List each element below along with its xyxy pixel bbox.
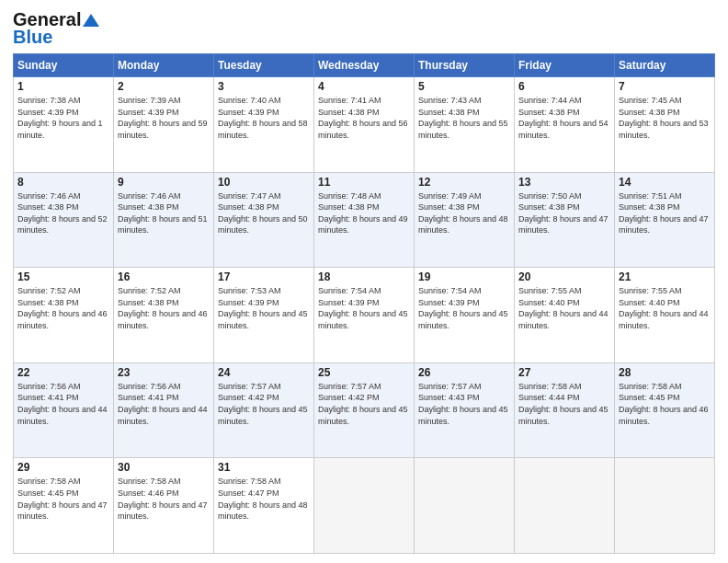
day-info: Sunrise: 7:55 AM Sunset: 4:40 PM Dayligh… bbox=[518, 285, 610, 331]
page: General Blue SundayMondayTuesdayWednesda… bbox=[0, 0, 728, 563]
day-cell: 17 Sunrise: 7:53 AM Sunset: 4:39 PM Dayl… bbox=[214, 268, 314, 363]
day-cell: 20 Sunrise: 7:55 AM Sunset: 4:40 PM Dayl… bbox=[515, 268, 615, 363]
day-cell: 19 Sunrise: 7:54 AM Sunset: 4:39 PM Dayl… bbox=[415, 268, 515, 363]
day-cell: 3 Sunrise: 7:40 AM Sunset: 4:39 PM Dayli… bbox=[214, 77, 314, 173]
day-info: Sunrise: 7:58 AM Sunset: 4:47 PM Dayligh… bbox=[218, 476, 310, 522]
week-row-4: 22 Sunrise: 7:56 AM Sunset: 4:41 PM Dayl… bbox=[14, 362, 715, 458]
day-number: 26 bbox=[418, 366, 510, 379]
day-info: Sunrise: 7:50 AM Sunset: 4:38 PM Dayligh… bbox=[518, 190, 610, 236]
day-cell bbox=[515, 458, 615, 554]
day-info: Sunrise: 7:55 AM Sunset: 4:40 PM Dayligh… bbox=[619, 285, 711, 331]
day-info: Sunrise: 7:53 AM Sunset: 4:39 PM Dayligh… bbox=[218, 285, 310, 331]
week-row-3: 15 Sunrise: 7:52 AM Sunset: 4:38 PM Dayl… bbox=[14, 268, 715, 363]
day-number: 9 bbox=[118, 176, 210, 189]
day-number: 12 bbox=[418, 176, 510, 189]
day-number: 7 bbox=[619, 80, 711, 93]
day-cell: 31 Sunrise: 7:58 AM Sunset: 4:47 PM Dayl… bbox=[214, 458, 314, 554]
day-info: Sunrise: 7:44 AM Sunset: 4:38 PM Dayligh… bbox=[518, 95, 610, 141]
day-number: 24 bbox=[218, 366, 310, 379]
weekday-thursday: Thursday bbox=[415, 54, 515, 77]
day-number: 22 bbox=[17, 366, 109, 379]
day-info: Sunrise: 7:43 AM Sunset: 4:38 PM Dayligh… bbox=[418, 95, 510, 141]
day-number: 14 bbox=[619, 176, 711, 189]
day-number: 11 bbox=[318, 176, 410, 189]
day-number: 1 bbox=[17, 80, 109, 93]
day-info: Sunrise: 7:58 AM Sunset: 4:46 PM Dayligh… bbox=[118, 476, 210, 522]
day-cell: 27 Sunrise: 7:58 AM Sunset: 4:44 PM Dayl… bbox=[515, 362, 615, 458]
day-cell: 2 Sunrise: 7:39 AM Sunset: 4:39 PM Dayli… bbox=[114, 77, 214, 173]
day-cell: 30 Sunrise: 7:58 AM Sunset: 4:46 PM Dayl… bbox=[114, 458, 214, 554]
week-row-5: 29 Sunrise: 7:58 AM Sunset: 4:45 PM Dayl… bbox=[14, 458, 715, 554]
day-cell: 9 Sunrise: 7:46 AM Sunset: 4:38 PM Dayli… bbox=[114, 172, 214, 268]
day-info: Sunrise: 7:40 AM Sunset: 4:39 PM Dayligh… bbox=[218, 95, 310, 141]
day-cell: 10 Sunrise: 7:47 AM Sunset: 4:38 PM Dayl… bbox=[214, 172, 314, 268]
day-cell: 5 Sunrise: 7:43 AM Sunset: 4:38 PM Dayli… bbox=[415, 77, 515, 173]
day-number: 18 bbox=[318, 270, 410, 283]
week-row-2: 8 Sunrise: 7:46 AM Sunset: 4:38 PM Dayli… bbox=[14, 172, 715, 268]
day-cell: 25 Sunrise: 7:57 AM Sunset: 4:42 PM Dayl… bbox=[314, 362, 415, 458]
day-cell bbox=[314, 458, 415, 554]
day-cell: 28 Sunrise: 7:58 AM Sunset: 4:45 PM Dayl… bbox=[615, 362, 715, 458]
day-cell: 1 Sunrise: 7:38 AM Sunset: 4:39 PM Dayli… bbox=[14, 77, 114, 173]
day-info: Sunrise: 7:57 AM Sunset: 4:42 PM Dayligh… bbox=[318, 381, 410, 427]
day-cell: 16 Sunrise: 7:52 AM Sunset: 4:38 PM Dayl… bbox=[114, 268, 214, 363]
day-info: Sunrise: 7:58 AM Sunset: 4:44 PM Dayligh… bbox=[518, 381, 610, 427]
day-cell: 18 Sunrise: 7:54 AM Sunset: 4:39 PM Dayl… bbox=[314, 268, 415, 363]
day-number: 4 bbox=[318, 80, 410, 93]
weekday-header: SundayMondayTuesdayWednesdayThursdayFrid… bbox=[14, 54, 715, 77]
day-number: 6 bbox=[518, 80, 610, 93]
weekday-friday: Friday bbox=[515, 54, 615, 77]
day-number: 3 bbox=[218, 80, 310, 93]
day-cell: 15 Sunrise: 7:52 AM Sunset: 4:38 PM Dayl… bbox=[14, 268, 114, 363]
day-info: Sunrise: 7:48 AM Sunset: 4:38 PM Dayligh… bbox=[318, 190, 410, 236]
day-info: Sunrise: 7:45 AM Sunset: 4:38 PM Dayligh… bbox=[619, 95, 711, 141]
day-info: Sunrise: 7:47 AM Sunset: 4:38 PM Dayligh… bbox=[218, 190, 310, 236]
svg-marker-0 bbox=[83, 14, 99, 27]
day-info: Sunrise: 7:58 AM Sunset: 4:45 PM Dayligh… bbox=[17, 476, 109, 522]
day-cell: 21 Sunrise: 7:55 AM Sunset: 4:40 PM Dayl… bbox=[615, 268, 715, 363]
weekday-saturday: Saturday bbox=[615, 54, 715, 77]
day-number: 16 bbox=[118, 270, 210, 283]
day-cell: 4 Sunrise: 7:41 AM Sunset: 4:38 PM Dayli… bbox=[314, 77, 415, 173]
day-cell: 22 Sunrise: 7:56 AM Sunset: 4:41 PM Dayl… bbox=[14, 362, 114, 458]
day-info: Sunrise: 7:49 AM Sunset: 4:38 PM Dayligh… bbox=[418, 190, 510, 236]
calendar-table: SundayMondayTuesdayWednesdayThursdayFrid… bbox=[13, 53, 715, 554]
weekday-sunday: Sunday bbox=[14, 54, 114, 77]
day-info: Sunrise: 7:56 AM Sunset: 4:41 PM Dayligh… bbox=[17, 381, 109, 427]
logo-icon bbox=[83, 12, 99, 29]
logo-blue: Blue bbox=[13, 27, 52, 48]
day-info: Sunrise: 7:58 AM Sunset: 4:45 PM Dayligh… bbox=[619, 381, 711, 427]
day-number: 25 bbox=[318, 366, 410, 379]
day-cell bbox=[615, 458, 715, 554]
day-cell: 12 Sunrise: 7:49 AM Sunset: 4:38 PM Dayl… bbox=[415, 172, 515, 268]
day-cell: 24 Sunrise: 7:57 AM Sunset: 4:42 PM Dayl… bbox=[214, 362, 314, 458]
day-info: Sunrise: 7:57 AM Sunset: 4:42 PM Dayligh… bbox=[218, 381, 310, 427]
day-cell: 13 Sunrise: 7:50 AM Sunset: 4:38 PM Dayl… bbox=[515, 172, 615, 268]
day-info: Sunrise: 7:51 AM Sunset: 4:38 PM Dayligh… bbox=[619, 190, 711, 236]
day-info: Sunrise: 7:46 AM Sunset: 4:38 PM Dayligh… bbox=[118, 190, 210, 236]
day-number: 23 bbox=[118, 366, 210, 379]
day-number: 20 bbox=[518, 270, 610, 283]
day-number: 13 bbox=[518, 176, 610, 189]
day-cell: 26 Sunrise: 7:57 AM Sunset: 4:43 PM Dayl… bbox=[415, 362, 515, 458]
day-cell: 6 Sunrise: 7:44 AM Sunset: 4:38 PM Dayli… bbox=[515, 77, 615, 173]
day-number: 5 bbox=[418, 80, 510, 93]
day-number: 10 bbox=[218, 176, 310, 189]
day-cell: 14 Sunrise: 7:51 AM Sunset: 4:38 PM Dayl… bbox=[615, 172, 715, 268]
day-info: Sunrise: 7:52 AM Sunset: 4:38 PM Dayligh… bbox=[118, 285, 210, 331]
day-info: Sunrise: 7:57 AM Sunset: 4:43 PM Dayligh… bbox=[418, 381, 510, 427]
day-cell: 7 Sunrise: 7:45 AM Sunset: 4:38 PM Dayli… bbox=[615, 77, 715, 173]
weekday-wednesday: Wednesday bbox=[314, 54, 415, 77]
header: General Blue bbox=[13, 9, 715, 48]
day-cell: 8 Sunrise: 7:46 AM Sunset: 4:38 PM Dayli… bbox=[14, 172, 114, 268]
logo: General Blue bbox=[13, 9, 99, 48]
day-number: 2 bbox=[118, 80, 210, 93]
week-row-1: 1 Sunrise: 7:38 AM Sunset: 4:39 PM Dayli… bbox=[14, 77, 715, 173]
day-number: 31 bbox=[218, 461, 310, 474]
weekday-monday: Monday bbox=[114, 54, 214, 77]
day-number: 29 bbox=[17, 461, 109, 474]
day-info: Sunrise: 7:38 AM Sunset: 4:39 PM Dayligh… bbox=[17, 95, 109, 141]
day-number: 28 bbox=[619, 366, 711, 379]
day-number: 15 bbox=[17, 270, 109, 283]
day-number: 30 bbox=[118, 461, 210, 474]
